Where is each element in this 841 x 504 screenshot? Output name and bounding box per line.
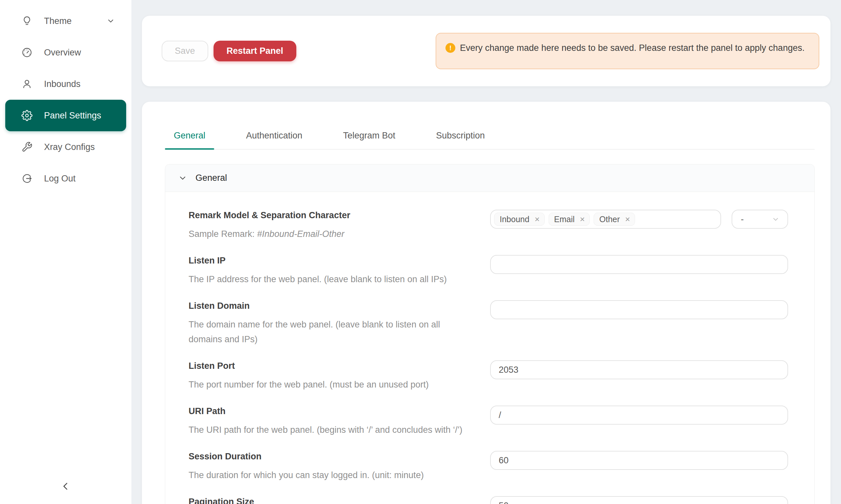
sidebar-item-overview[interactable]: Overview — [5, 37, 126, 68]
logout-icon — [21, 173, 33, 184]
sidebar: Theme Overview — [0, 0, 132, 504]
field-description: The URI path for the web panel. (begins … — [189, 422, 470, 437]
sidebar-item-label: Theme — [44, 16, 72, 26]
remove-tag-icon[interactable]: × — [577, 215, 587, 223]
field-row-listen-domain: Listen Domain The domain name for the we… — [189, 300, 788, 347]
session-duration-input[interactable] — [490, 451, 788, 470]
separation-character-select[interactable]: - — [732, 210, 788, 229]
panel-settings-page: Theme Overview — [0, 0, 841, 504]
field-row-uri-path: URI Path The URI path for the web panel.… — [189, 406, 788, 437]
chevron-down-icon — [178, 174, 187, 182]
alert-text: Every change made here needs to be saved… — [460, 41, 805, 55]
lightbulb-icon — [21, 15, 33, 27]
remove-tag-icon[interactable]: × — [622, 215, 633, 223]
sidebar-item-label: Xray Configs — [44, 142, 95, 152]
field-row-listen-port: Listen Port The port number for the web … — [189, 360, 788, 392]
sidebar-item-theme[interactable]: Theme — [5, 5, 126, 37]
field-description: The port number for the web panel. (must… — [189, 377, 470, 392]
listen-ip-input[interactable] — [490, 255, 788, 274]
gear-icon — [21, 110, 33, 121]
tag-email: Email × — [549, 213, 590, 226]
field-label: Listen Port — [189, 360, 470, 372]
field-label: Remark Model & Separation Character — [189, 210, 470, 221]
tag-inbound: Inbound × — [494, 213, 545, 226]
sidebar-item-label: Inbounds — [44, 79, 81, 89]
field-description: The duration for which you can stay logg… — [189, 468, 470, 483]
gauge-icon — [21, 47, 33, 58]
sidebar-item-panel-settings[interactable]: Panel Settings — [5, 100, 126, 131]
save-button[interactable]: Save — [161, 41, 208, 61]
sidebar-item-xray-configs[interactable]: Xray Configs — [5, 131, 126, 163]
field-row-remark-model: Remark Model & Separation Character Samp… — [189, 210, 788, 241]
field-row-session-duration: Session Duration The duration for which … — [189, 451, 788, 483]
general-section: General Remark Model & Separation Charac… — [165, 164, 815, 504]
chevron-down-icon — [106, 17, 115, 25]
tab-general[interactable]: General — [165, 130, 214, 149]
remove-tag-icon[interactable]: × — [532, 215, 542, 223]
field-description: The domain name for the web panel. (leav… — [189, 317, 470, 347]
sidebar-item-inbounds[interactable]: Inbounds — [5, 68, 126, 100]
toolbar-card: Save Restart Panel ! Every change made h… — [142, 16, 830, 86]
main-content: Save Restart Panel ! Every change made h… — [132, 0, 841, 504]
tab-subscription[interactable]: Subscription — [427, 130, 494, 149]
settings-card: General Authentication Telegram Bot Subs… — [142, 102, 830, 504]
field-label: Pagination Size — [189, 496, 470, 504]
section-title: General — [195, 173, 227, 183]
remark-model-tag-select[interactable]: Inbound × Email × Other — [490, 210, 721, 229]
field-description: The IP address for the web panel. (leave… — [189, 272, 470, 287]
restart-warning-alert: ! Every change made here needs to be sav… — [435, 33, 819, 69]
sidebar-item-label: Overview — [44, 48, 81, 58]
listen-domain-input[interactable] — [490, 300, 788, 319]
warning-icon: ! — [445, 43, 455, 53]
chevron-left-icon — [60, 481, 71, 492]
sidebar-item-label: Log Out — [44, 174, 75, 184]
tag-other: Other × — [594, 213, 635, 226]
chevron-down-icon — [772, 215, 779, 223]
pagination-size-input[interactable] — [490, 496, 788, 504]
sidebar-item-log-out[interactable]: Log Out — [5, 163, 126, 194]
restart-panel-button[interactable]: Restart Panel — [213, 41, 297, 61]
sidebar-collapse-button[interactable] — [56, 477, 75, 496]
sidebar-item-label: Panel Settings — [44, 111, 101, 121]
user-icon — [21, 78, 33, 90]
field-label: Listen IP — [189, 255, 470, 266]
field-row-pagination-size: Pagination Size — [189, 496, 788, 504]
general-section-body: Remark Model & Separation Character Samp… — [165, 192, 814, 504]
tab-authentication[interactable]: Authentication — [237, 130, 311, 149]
listen-port-input[interactable] — [490, 360, 788, 379]
field-label: URI Path — [189, 406, 470, 417]
field-description: Sample Remark: #Inbound-Email-Other — [189, 227, 470, 241]
uri-path-input[interactable] — [490, 406, 788, 425]
tab-telegram-bot[interactable]: Telegram Bot — [334, 130, 404, 149]
settings-tabs: General Authentication Telegram Bot Subs… — [165, 130, 815, 150]
wrench-icon — [21, 141, 33, 153]
field-label: Session Duration — [189, 451, 470, 462]
field-label: Listen Domain — [189, 300, 470, 311]
field-row-listen-ip: Listen IP The IP address for the web pan… — [189, 255, 788, 287]
general-section-header[interactable]: General — [165, 164, 814, 192]
